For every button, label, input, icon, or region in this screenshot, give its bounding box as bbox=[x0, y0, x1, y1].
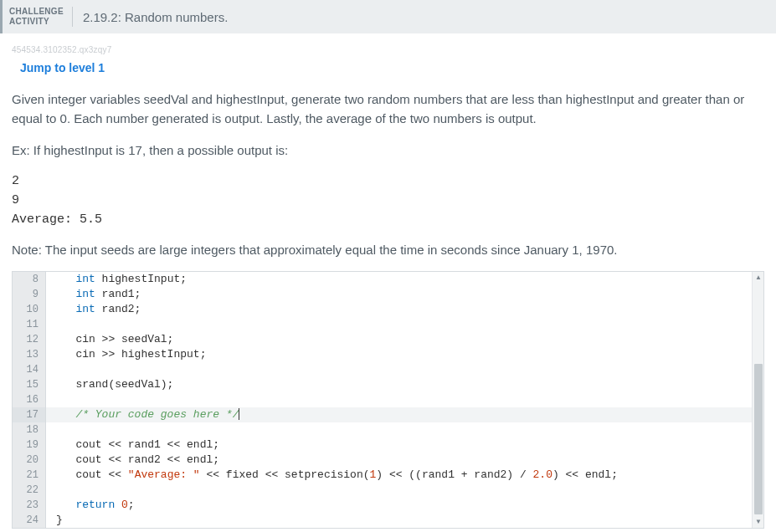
code-line[interactable]: 22 bbox=[13, 483, 763, 498]
line-number: 18 bbox=[13, 422, 46, 437]
code-token bbox=[115, 499, 121, 511]
code-line[interactable]: 19 cout << rand1 << endl; bbox=[13, 437, 763, 453]
code-content[interactable] bbox=[46, 317, 56, 332]
line-number: 11 bbox=[13, 317, 46, 332]
code-line[interactable]: 12 cin >> seedVal; bbox=[13, 332, 763, 347]
jump-to-level-link[interactable]: Jump to level 1 bbox=[20, 61, 764, 74]
line-number: 10 bbox=[13, 302, 46, 317]
code-token: /* Your code goes here */ bbox=[75, 408, 239, 421]
challenge-label-line2: ACTIVITY bbox=[9, 17, 64, 27]
code-token: rand1; bbox=[95, 288, 141, 300]
code-content[interactable] bbox=[46, 422, 56, 437]
scroll-up-arrow-icon[interactable]: ▲ bbox=[753, 272, 764, 284]
code-token bbox=[56, 303, 75, 315]
challenge-header: CHALLENGE ACTIVITY 2.19.2: Random number… bbox=[0, 0, 776, 33]
code-token: int bbox=[75, 303, 95, 315]
code-line[interactable]: 8 int highestInput; bbox=[13, 272, 763, 287]
code-content[interactable]: return 0; bbox=[46, 498, 135, 513]
code-token: int bbox=[75, 273, 95, 285]
line-number: 12 bbox=[13, 332, 46, 347]
code-token: return bbox=[75, 499, 115, 511]
content-area: 454534.3102352.qx3zqy7 Jump to level 1 G… bbox=[0, 33, 776, 529]
code-token bbox=[56, 273, 75, 285]
line-number: 21 bbox=[13, 468, 46, 483]
line-number: 15 bbox=[13, 377, 46, 392]
code-token bbox=[56, 288, 75, 300]
code-token: ; bbox=[128, 499, 135, 511]
scrollbar-track[interactable]: ▲ ▼ bbox=[752, 272, 763, 528]
code-content[interactable]: /* Your code goes here */ bbox=[46, 407, 239, 422]
problem-note: Note: The input seeds are large integers… bbox=[12, 240, 764, 259]
code-token: "Average: " bbox=[128, 468, 200, 481]
code-token: highestInput; bbox=[95, 273, 187, 285]
code-content[interactable] bbox=[46, 392, 56, 407]
text-cursor bbox=[239, 408, 239, 420]
code-content[interactable] bbox=[46, 483, 56, 498]
code-line[interactable]: 23 return 0; bbox=[13, 498, 763, 513]
code-token: int bbox=[75, 288, 95, 300]
code-content[interactable]: cin >> highestInput; bbox=[46, 347, 206, 362]
scroll-thumb[interactable] bbox=[754, 364, 763, 514]
line-number: 8 bbox=[13, 272, 46, 287]
code-line[interactable]: 16 bbox=[13, 392, 763, 407]
line-number: 23 bbox=[13, 498, 46, 513]
code-token bbox=[56, 408, 75, 421]
code-line[interactable]: 20 cout << rand2 << endl; bbox=[13, 453, 763, 468]
code-line[interactable]: 21 cout << "Average: " << fixed << setpr… bbox=[13, 468, 763, 483]
code-line[interactable]: 15 srand(seedVal); bbox=[13, 377, 763, 392]
code-content[interactable]: int rand1; bbox=[46, 287, 141, 302]
activity-hash: 454534.3102352.qx3zqy7 bbox=[12, 45, 764, 54]
code-line[interactable]: 17 /* Your code goes here */ bbox=[13, 407, 763, 422]
challenge-label-line1: CHALLENGE bbox=[9, 7, 64, 17]
code-token: << fixed << setprecision( bbox=[200, 468, 370, 481]
line-number: 24 bbox=[13, 513, 46, 528]
code-editor-lines[interactable]: 8 int highestInput;9 int rand1;10 int ra… bbox=[13, 272, 763, 528]
code-content[interactable]: cout << "Average: " << fixed << setpreci… bbox=[46, 468, 618, 483]
code-content[interactable]: cout << rand1 << endl; bbox=[46, 437, 219, 453]
code-token: 0 bbox=[121, 499, 128, 511]
code-token: } bbox=[56, 514, 63, 526]
code-editor[interactable]: 8 int highestInput;9 int rand1;10 int ra… bbox=[12, 271, 764, 529]
line-number: 19 bbox=[13, 437, 46, 453]
code-content[interactable]: } bbox=[46, 513, 63, 528]
code-token: rand2; bbox=[95, 303, 141, 315]
challenge-label: CHALLENGE ACTIVITY bbox=[3, 0, 72, 33]
line-number: 20 bbox=[13, 453, 46, 468]
code-token: ) << ((rand1 + rand2) / bbox=[376, 468, 532, 481]
line-number: 14 bbox=[13, 362, 46, 377]
code-token: cin >> seedVal; bbox=[56, 333, 173, 345]
code-line[interactable]: 18 bbox=[13, 422, 763, 437]
code-line[interactable]: 9 int rand1; bbox=[13, 287, 763, 302]
line-number: 22 bbox=[13, 483, 46, 498]
code-token: cin >> highestInput; bbox=[56, 348, 206, 361]
code-token: 2.0 bbox=[533, 468, 552, 481]
scroll-down-arrow-icon[interactable]: ▼ bbox=[753, 516, 764, 528]
code-content[interactable] bbox=[46, 362, 56, 377]
code-line[interactable]: 24} bbox=[13, 513, 763, 528]
code-content[interactable]: cin >> seedVal; bbox=[46, 332, 173, 347]
problem-statement: Given integer variables seedVal and high… bbox=[12, 90, 764, 129]
code-token: srand(seedVal); bbox=[56, 378, 173, 391]
code-line[interactable]: 13 cin >> highestInput; bbox=[13, 347, 763, 362]
code-content[interactable]: int highestInput; bbox=[46, 272, 187, 287]
code-line[interactable]: 11 bbox=[13, 317, 763, 332]
code-token: ) << endl; bbox=[552, 468, 618, 481]
example-intro: Ex: If highestInput is 17, then a possib… bbox=[12, 141, 764, 160]
example-output: 2 9 Average: 5.5 bbox=[12, 171, 764, 230]
line-number: 9 bbox=[13, 287, 46, 302]
code-token: cout << bbox=[56, 468, 128, 481]
challenge-title: 2.19.2: Random numbers. bbox=[73, 0, 228, 33]
code-token: cout << rand1 << endl; bbox=[56, 438, 219, 451]
code-line[interactable]: 10 int rand2; bbox=[13, 302, 763, 317]
line-number: 13 bbox=[13, 347, 46, 362]
code-content[interactable]: cout << rand2 << endl; bbox=[46, 453, 219, 468]
code-token: cout << rand2 << endl; bbox=[56, 453, 219, 466]
line-number: 16 bbox=[13, 392, 46, 407]
code-content[interactable]: int rand2; bbox=[46, 302, 141, 317]
code-line[interactable]: 14 bbox=[13, 362, 763, 377]
code-content[interactable]: srand(seedVal); bbox=[46, 377, 173, 392]
code-token bbox=[56, 499, 75, 511]
line-number: 17 bbox=[13, 407, 46, 422]
